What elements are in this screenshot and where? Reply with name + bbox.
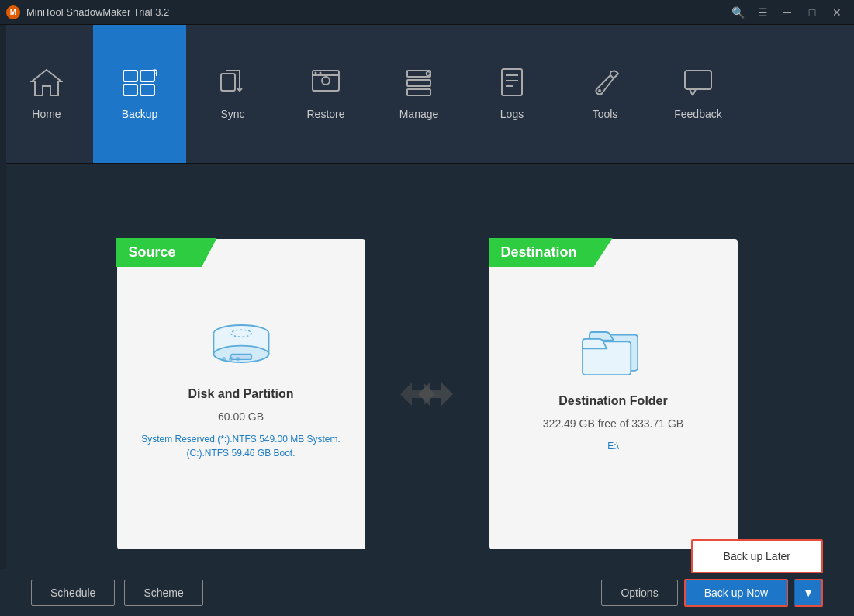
nav-item-logs[interactable]: Logs xyxy=(465,25,558,163)
destination-card[interactable]: Destination Destination Folder 322.49 GB… xyxy=(489,239,738,549)
logs-icon xyxy=(497,67,527,102)
source-header: Source xyxy=(116,238,217,267)
nav-item-restore[interactable]: Restore xyxy=(279,25,372,163)
svg-point-17 xyxy=(598,89,601,92)
tools-icon xyxy=(589,67,621,102)
nav-item-home[interactable]: Home xyxy=(0,25,93,163)
destination-title: Destination Folder xyxy=(558,394,667,408)
bottom-left: Schedule Scheme xyxy=(31,580,203,606)
nav-item-sync[interactable]: Sync xyxy=(186,25,279,163)
backup-area: Source xyxy=(31,196,823,593)
scheme-button[interactable]: Scheme xyxy=(124,580,202,606)
title-bar: M MiniTool ShadowMaker Trial 3.2 🔍 ☰ ─ □… xyxy=(0,0,854,25)
sync-icon xyxy=(218,67,247,102)
backup-now-button[interactable]: Back up Now xyxy=(684,579,788,607)
nav-item-backup[interactable]: Backup xyxy=(93,25,186,163)
svg-rect-2 xyxy=(123,85,137,95)
close-button[interactable]: ✕ xyxy=(826,5,848,20)
nav-label-manage: Manage xyxy=(399,108,439,120)
title-bar-left: M MiniTool ShadowMaker Trial 3.2 xyxy=(6,5,169,19)
svg-rect-0 xyxy=(123,71,137,81)
backup-icon xyxy=(122,67,157,102)
nav-item-feedback[interactable]: Feedback xyxy=(652,25,745,163)
schedule-button[interactable]: Schedule xyxy=(31,580,115,606)
svg-rect-18 xyxy=(685,71,711,89)
svg-point-28 xyxy=(235,357,239,361)
nav-label-feedback: Feedback xyxy=(674,108,721,120)
backup-later-item[interactable]: Back up Later xyxy=(693,541,821,572)
svg-rect-1 xyxy=(140,71,154,81)
bottom-bar: Schedule Scheme Options Back up Now ▼ xyxy=(0,569,854,616)
destination-header: Destination xyxy=(489,238,613,267)
svg-point-26 xyxy=(222,357,226,361)
svg-rect-3 xyxy=(140,85,154,95)
bottom-right: Options Back up Now ▼ xyxy=(601,579,823,607)
maximize-button[interactable]: □ xyxy=(801,5,823,20)
svg-rect-25 xyxy=(230,354,251,359)
svg-rect-10 xyxy=(407,80,430,86)
svg-rect-13 xyxy=(502,69,522,95)
source-size: 60.00 GB xyxy=(218,410,264,423)
options-button[interactable]: Options xyxy=(601,580,677,606)
nav-label-logs: Logs xyxy=(500,108,524,120)
svg-rect-4 xyxy=(221,74,235,91)
home-icon xyxy=(30,67,63,102)
feedback-icon xyxy=(682,67,714,102)
disk-icon xyxy=(202,313,280,378)
svg-point-27 xyxy=(229,357,233,361)
source-card[interactable]: Source xyxy=(117,239,365,549)
svg-point-7 xyxy=(315,72,317,74)
minimize-button[interactable]: ─ xyxy=(776,5,798,20)
source-title: Disk and Partition xyxy=(188,387,293,401)
folder-icon xyxy=(575,320,652,385)
destination-free: 322.49 GB free of 333.71 GB xyxy=(543,417,683,430)
nav-label-backup: Backup xyxy=(122,108,158,120)
nav-item-tools[interactable]: Tools xyxy=(558,25,652,163)
search-button[interactable]: 🔍 xyxy=(727,5,749,20)
svg-point-6 xyxy=(322,77,330,85)
nav-label-tools: Tools xyxy=(593,108,618,120)
nav-bar: Home Backup Sync xyxy=(0,25,854,164)
svg-point-8 xyxy=(320,72,322,74)
backup-dropdown-button[interactable]: ▼ xyxy=(794,579,823,607)
source-detail: System Reserved,(*:).NTFS 549.00 MB Syst… xyxy=(117,432,365,460)
app-title: MiniTool ShadowMaker Trial 3.2 xyxy=(26,6,169,18)
nav-item-manage[interactable]: Manage xyxy=(372,25,465,163)
nav-label-home: Home xyxy=(32,108,61,120)
app-logo: M xyxy=(6,5,20,19)
svg-rect-12 xyxy=(407,89,430,95)
backup-dropdown-popup: Back up Later xyxy=(691,539,823,573)
destination-path: E:\ xyxy=(595,439,631,453)
arrow-container xyxy=(396,375,458,414)
nav-label-sync: Sync xyxy=(220,108,244,120)
restore-icon xyxy=(309,67,342,102)
menu-button[interactable]: ☰ xyxy=(752,5,773,20)
nav-label-restore: Restore xyxy=(306,108,344,120)
window-controls: 🔍 ☰ ─ □ ✕ xyxy=(727,5,848,20)
svg-point-11 xyxy=(427,72,430,76)
manage-icon xyxy=(404,67,434,102)
